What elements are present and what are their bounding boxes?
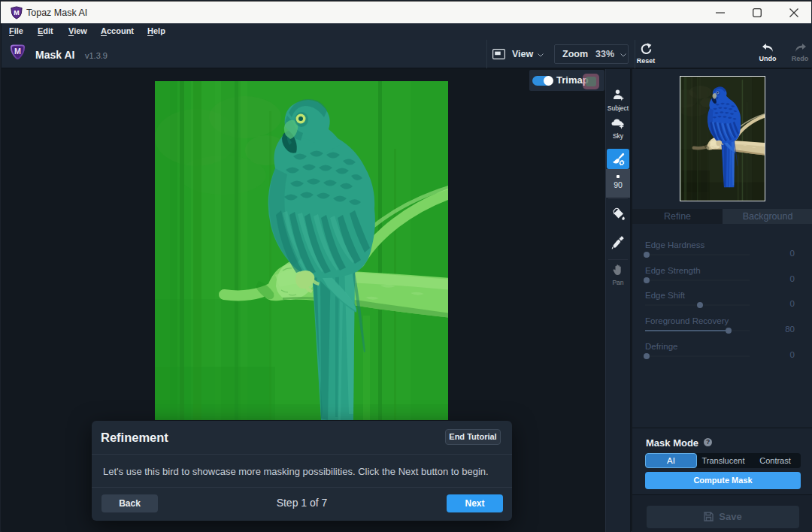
svg-text:M: M — [14, 47, 21, 56]
svg-text:M: M — [14, 9, 20, 17]
